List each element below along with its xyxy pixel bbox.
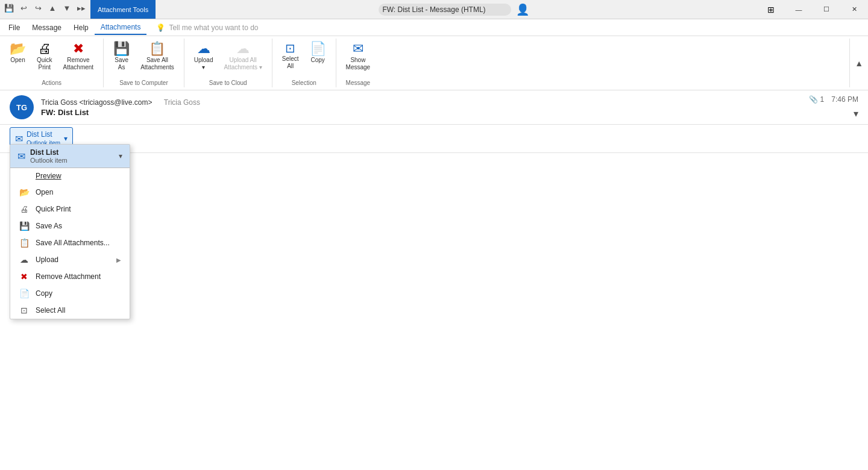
save-all-icon: 📋: [149, 42, 165, 55]
ctx-select-all-item[interactable]: ⊡ Select All: [10, 302, 130, 319]
ctx-preview-item[interactable]: Preview: [10, 168, 130, 184]
ctx-remove-icon: ✖: [19, 272, 30, 281]
search-bar: 💡: [156, 24, 289, 32]
email-body[interactable]: [0, 153, 868, 470]
avatar: TG: [10, 95, 34, 119]
upload-all-icon: ☁: [236, 42, 250, 55]
select-all-icon: ⊡: [285, 42, 295, 54]
print-icon: 🖨: [38, 42, 51, 55]
ctx-remove-item[interactable]: ✖ Remove Attachment: [10, 268, 130, 285]
save-as-icon: 💾: [113, 42, 130, 55]
open-button[interactable]: 📂 Open: [5, 40, 31, 78]
menu-bar: File Message Help Attachments 💡: [0, 19, 868, 36]
ctx-save-all-icon: 📋: [19, 238, 30, 248]
menu-message[interactable]: Message: [26, 21, 68, 34]
paperclip-icon: 📎: [809, 95, 818, 104]
ctx-upload-icon: ☁: [19, 255, 30, 265]
redo-icon[interactable]: ↪: [33, 2, 43, 13]
show-message-button[interactable]: ✉ ShowMessage: [341, 40, 376, 78]
menu-help[interactable]: Help: [68, 21, 95, 34]
window-controls: ⊞ — ☐ ✕: [757, 0, 868, 19]
select-all-button[interactable]: ⊡ SelectAll: [277, 40, 304, 78]
ctx-save-all-item[interactable]: 📋 Save All Attachments...: [10, 234, 130, 251]
window-title: FW: Dist List - Message (HTML): [382, 5, 485, 14]
ctx-remove-label: Remove Attachment: [36, 272, 121, 281]
selection-group-label: Selection: [277, 78, 331, 86]
ctx-save-all-label: Save All Attachments...: [36, 239, 121, 247]
attachment-dropdown-arrow[interactable]: ▾: [64, 134, 68, 143]
undo-icon[interactable]: ↩: [18, 2, 29, 13]
actions-group-label: Actions: [5, 78, 98, 86]
ribbon-group-save-computer: 💾 SaveAs 📋 Save AllAttachments Save to C…: [104, 39, 184, 87]
ctx-open-icon: 📂: [19, 187, 30, 197]
save-as-button[interactable]: 💾 SaveAs: [108, 40, 134, 78]
ctx-save-as-item[interactable]: 💾 Save As: [10, 218, 130, 234]
ctx-copy-item[interactable]: 📄 Copy: [10, 285, 130, 302]
search-input[interactable]: [169, 24, 289, 32]
email-header: TG Tricia Goss <triciagoss@live.com> Tri…: [0, 90, 868, 125]
remove-icon: ✖: [73, 42, 84, 55]
ctx-header-title: Dist List: [30, 148, 114, 157]
upload-button[interactable]: ☁ Upload▾: [189, 40, 218, 78]
quick-access-toolbar: 💾 ↩ ↪ ▲ ▼ ▸▸: [0, 0, 90, 19]
title-tabs: 💾 ↩ ↪ ▲ ▼ ▸▸ Attachment Tools: [0, 0, 156, 19]
main-content: TG Tricia Goss <triciagoss@live.com> Tri…: [0, 90, 868, 470]
email-subject: FW: Dist List: [41, 108, 858, 117]
ctx-header-subtitle: Outlook item: [30, 157, 114, 164]
attachment-count: 📎 1: [809, 95, 825, 104]
save-cloud-group-label: Save to Cloud: [189, 78, 267, 86]
ctx-open-item[interactable]: 📂 Open: [10, 184, 130, 201]
menu-attachments[interactable]: Attachments: [95, 20, 147, 35]
next-icon[interactable]: ▼: [61, 2, 72, 13]
save-icon[interactable]: 💾: [4, 2, 14, 13]
show-message-icon: ✉: [353, 42, 363, 55]
ribbon-group-save-cloud: ☁ Upload▾ ☁ Upload AllAttachments ▾ Save…: [184, 39, 272, 87]
ctx-upload-arrow-icon: ▶: [116, 257, 121, 263]
ctx-save-as-label: Save As: [36, 222, 121, 230]
ribbon-collapse-button[interactable]: ▲: [850, 39, 868, 87]
ribbon-group-selection: ⊡ SelectAll 📄 Copy Selection: [272, 39, 336, 87]
open-icon: 📂: [10, 42, 26, 55]
ctx-quick-print-item[interactable]: 🖨 Quick Print: [10, 201, 130, 218]
ctx-print-icon: 🖨: [19, 204, 30, 214]
upload-icon: ☁: [197, 42, 210, 55]
message-group-label: Message: [341, 78, 376, 86]
email-from: Tricia Goss <triciagoss@live.com> Tricia…: [41, 98, 858, 107]
save-all-attachments-button[interactable]: 📋 Save AllAttachments: [136, 40, 179, 78]
attachment-tools-tab[interactable]: Attachment Tools: [90, 0, 156, 19]
minimize-button[interactable]: —: [785, 0, 813, 19]
ctx-copy-icon: 📄: [19, 289, 30, 298]
save-computer-group-label: Save to Computer: [108, 78, 179, 86]
copy-button[interactable]: 📄 Copy: [305, 40, 331, 78]
menu-file[interactable]: File: [2, 21, 26, 34]
ctx-select-all-icon: ⊡: [19, 306, 30, 315]
ctx-file-icon: ✉: [17, 151, 25, 162]
prev-icon[interactable]: ▲: [47, 2, 58, 13]
profile-icon[interactable]: 👤: [516, 3, 529, 16]
attachment-bar: ✉ Dist List Outlook item ▾ ✉ Dist List O…: [0, 125, 868, 153]
title-bar: 💾 ↩ ↪ ▲ ▼ ▸▸ Attachment Tools FW: Dist L…: [0, 0, 868, 19]
ribbon-group-actions: 📂 Open 🖨 QuickPrint ✖ RemoveAttachment A…: [0, 39, 104, 87]
context-menu-header[interactable]: ✉ Dist List Outlook item ▾: [10, 145, 130, 168]
context-menu: ✉ Dist List Outlook item ▾ Preview 📂 Ope…: [10, 144, 130, 319]
expand-button[interactable]: ▾: [854, 108, 858, 119]
close-button[interactable]: ✕: [840, 0, 868, 19]
attachment-file-icon: ✉: [15, 133, 23, 145]
ctx-copy-label: Copy: [36, 289, 121, 298]
more-icon[interactable]: ▸▸: [76, 2, 87, 13]
email-meta: 📎 1 7:46 PM: [809, 95, 858, 104]
copy-icon: 📄: [310, 42, 326, 55]
maximize-button[interactable]: ☐: [813, 0, 840, 19]
email-info: Tricia Goss <triciagoss@live.com> Tricia…: [41, 98, 858, 117]
quick-print-button[interactable]: 🖨 QuickPrint: [32, 40, 57, 78]
ctx-quick-print-label: Quick Print: [36, 205, 121, 213]
remove-attachment-button[interactable]: ✖ RemoveAttachment: [58, 40, 99, 78]
email-to: Tricia Goss: [164, 98, 200, 107]
ctx-header-arrow-icon: ▾: [119, 152, 122, 160]
upload-all-button[interactable]: ☁ Upload AllAttachments ▾: [219, 40, 266, 78]
ctx-header-text: Dist List Outlook item: [30, 148, 114, 164]
tile-icon[interactable]: ⊞: [757, 0, 785, 19]
ctx-save-as-icon: 💾: [19, 221, 30, 231]
ribbon: 📂 Open 🖨 QuickPrint ✖ RemoveAttachment A…: [0, 36, 868, 90]
ctx-upload-item[interactable]: ☁ Upload ▶: [10, 251, 130, 268]
